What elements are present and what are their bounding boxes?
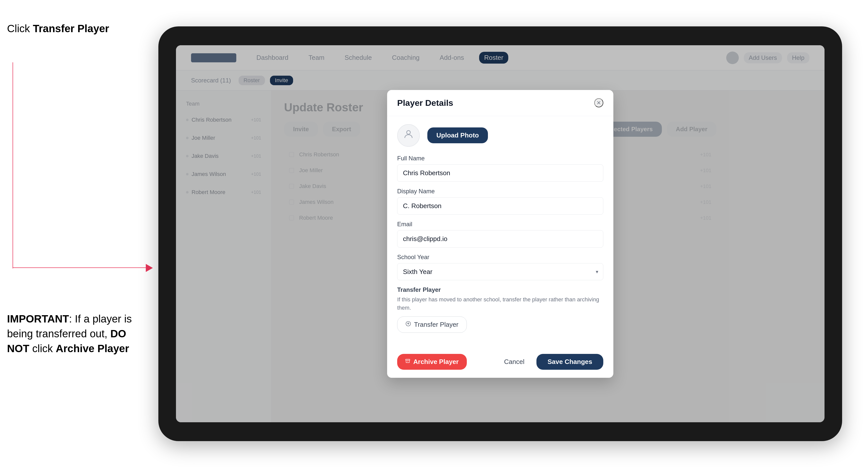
- display-name-label: Display Name: [397, 188, 603, 195]
- instruction-text: Click Transfer Player: [7, 23, 109, 35]
- modal-overlay: Player Details ×: [176, 45, 825, 422]
- footer-right: Cancel Save Changes: [498, 354, 603, 370]
- player-details-modal: Player Details ×: [387, 90, 613, 378]
- arrow-head: [146, 264, 153, 272]
- full-name-label: Full Name: [397, 155, 603, 162]
- avatar: [397, 124, 420, 147]
- display-name-input[interactable]: [397, 197, 603, 215]
- school-year-group: School Year First Year Second Year Third…: [397, 254, 603, 280]
- cancel-button[interactable]: Cancel: [498, 354, 530, 370]
- upload-photo-button[interactable]: Upload Photo: [427, 127, 488, 143]
- archive-icon: [405, 359, 410, 365]
- email-group: Email: [397, 221, 603, 248]
- modal-footer: Archive Player Cancel Save Changes: [387, 348, 613, 378]
- arrow-vertical: [12, 62, 13, 269]
- transfer-description: If this player has moved to another scho…: [397, 295, 603, 312]
- modal-header: Player Details ×: [387, 90, 613, 116]
- photo-upload-row: Upload Photo: [397, 124, 603, 147]
- display-name-group: Display Name: [397, 188, 603, 215]
- save-changes-button[interactable]: Save Changes: [536, 354, 603, 370]
- modal-close-button[interactable]: ×: [594, 98, 603, 107]
- transfer-player-label: Transfer Player: [414, 321, 459, 329]
- user-icon: [403, 129, 414, 142]
- tablet-screen: Dashboard Team Schedule Coaching Add-ons…: [176, 45, 825, 422]
- archive-player-label: Archive Player: [413, 358, 459, 366]
- full-name-group: Full Name: [397, 155, 603, 182]
- modal-title: Player Details: [397, 98, 453, 108]
- email-label: Email: [397, 221, 603, 228]
- svg-point-0: [407, 130, 410, 134]
- transfer-section: Transfer Player If this player has moved…: [397, 286, 603, 333]
- arrow-horizontal: [12, 268, 150, 268]
- modal-body: Upload Photo Full Name Display Name: [387, 116, 613, 348]
- full-name-input[interactable]: [397, 164, 603, 182]
- email-input[interactable]: [397, 230, 603, 248]
- bottom-instruction: IMPORTANT: If a player is being transfer…: [7, 312, 138, 356]
- transfer-player-button[interactable]: Transfer Player: [397, 316, 467, 333]
- school-year-select[interactable]: First Year Second Year Third Year Fourth…: [397, 263, 603, 280]
- school-year-select-wrapper: First Year Second Year Third Year Fourth…: [397, 263, 603, 280]
- tablet-device: Dashboard Team Schedule Coaching Add-ons…: [158, 26, 842, 441]
- svg-rect-2: [406, 359, 410, 360]
- transfer-icon: [405, 321, 411, 328]
- archive-player-button[interactable]: Archive Player: [397, 354, 467, 370]
- transfer-label: Transfer Player: [397, 286, 603, 293]
- school-year-label: School Year: [397, 254, 603, 261]
- main-content: Team Chris Robertson +101 Joe Miller +10…: [176, 91, 825, 422]
